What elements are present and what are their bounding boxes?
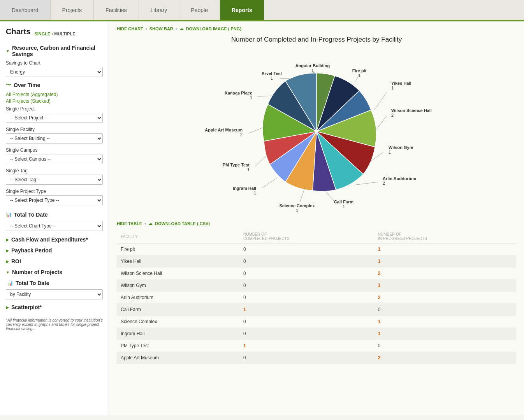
all-projects-aggregated-link[interactable]: All Projects (Aggregated)	[6, 92, 103, 97]
svg-text:Apple Art Museum: Apple Art Museum	[205, 128, 243, 132]
in-progress-cell: 1	[374, 328, 516, 340]
section-num-projects[interactable]: ▼ Number of Projects	[6, 269, 103, 275]
in-progress-cell: 1	[374, 280, 516, 292]
completed-cell: 0	[239, 256, 374, 268]
table-row: Wilson Gym01	[117, 280, 516, 292]
total-to-date-header: 📊 Total To Date	[6, 212, 103, 218]
svg-line-34	[262, 178, 277, 188]
chart-container: Angular Building 1 Fire pit 1 Yikes Hall…	[117, 50, 516, 213]
nav-facilities[interactable]: Facilities	[94, 0, 139, 20]
nav-library[interactable]: Library	[139, 0, 179, 20]
svg-text:Kansas Place: Kansas Place	[225, 91, 252, 95]
col-completed: NUMBER OFCOMPLETED PROJECTS	[239, 230, 374, 243]
table-row: Yikes Hall01	[117, 256, 516, 268]
section-cash-flow[interactable]: ▶ Cash Flow and Expenditures*	[6, 236, 103, 243]
section-scatterplot[interactable]: ▶ Scatterplot*	[6, 304, 103, 310]
chart-type-select[interactable]: -- Select Chart Type --	[6, 221, 103, 231]
show-bar-link[interactable]: SHOW BAR	[149, 26, 173, 31]
single-project-type-label: Single Project Type	[6, 189, 103, 194]
svg-line-27	[355, 74, 359, 82]
table-row: Cali Farm10	[117, 304, 516, 316]
hide-chart-link[interactable]: HIDE CHART	[117, 26, 143, 31]
in-progress-cell: 1	[374, 243, 516, 256]
by-facility-select[interactable]: by Facility by Campus by Tag by Project …	[6, 289, 103, 299]
svg-text:Yikes Hall: Yikes Hall	[391, 81, 411, 86]
nav-dashboard[interactable]: Dashboard	[0, 0, 51, 20]
svg-line-29	[375, 116, 387, 131]
col-in-progress: NUMBER OFIN-PROGRESS PROJECTS	[374, 230, 516, 243]
svg-text:1: 1	[271, 76, 273, 80]
download-image-icon: ☁	[179, 26, 184, 31]
table-row: Ingram Hall01	[117, 328, 516, 340]
col-facility: FACILITY	[117, 230, 239, 243]
svg-text:1: 1	[391, 86, 394, 90]
svg-line-33	[300, 188, 305, 201]
single-tag-label: Single Tag	[6, 168, 103, 173]
table-row: Arlin Auditorium02	[117, 292, 516, 304]
download-image-link[interactable]: DOWNLOAD IMAGE (.PNG)	[186, 26, 241, 31]
section-resource-label: Resource, Carbon and Financial Savings	[12, 45, 103, 57]
facility-cell: Yikes Hall	[117, 256, 239, 268]
in-progress-cell: 2	[374, 352, 516, 364]
table-row: Fire pit01	[117, 243, 516, 256]
single-project-type-select[interactable]: -- Select Project Type --	[6, 195, 103, 205]
main-layout: Charts SINGLE • MULTIPLE ▼ Resource, Car…	[0, 21, 524, 415]
svg-text:1: 1	[254, 191, 256, 195]
nav-reports[interactable]: Reports	[220, 0, 264, 20]
toggle-links: SINGLE • MULTIPLE	[34, 32, 75, 36]
facility-cell: Ingram Hall	[117, 328, 239, 340]
completed-cell: 0	[239, 243, 374, 256]
total-to-date-projects-label: Total To Date	[16, 280, 49, 286]
svg-line-37	[257, 96, 274, 96]
section-roi-label: ROI	[11, 258, 21, 264]
svg-line-31	[353, 182, 378, 185]
savings-select[interactable]: Energy Carbon Water Cost	[6, 67, 103, 77]
hide-table-link[interactable]: HIDE TABLE	[117, 221, 142, 226]
svg-text:1: 1	[389, 150, 391, 154]
svg-text:1: 1	[311, 68, 314, 73]
svg-text:2: 2	[391, 113, 394, 117]
single-tag-select[interactable]: -- Select Tag --	[6, 175, 103, 185]
total-to-date-group: 📊 Total To Date -- Select Chart Type --	[6, 212, 103, 233]
facility-cell: Wilson Gym	[117, 280, 239, 292]
download-table-link[interactable]: DOWNLOAD TABLE (.CSV)	[155, 221, 210, 226]
bar-chart-icon: 📊	[6, 212, 12, 217]
single-building-select[interactable]: -- Select Building --	[6, 133, 103, 144]
single-campus-label: Single Campus	[6, 147, 103, 153]
over-time-group: 〜 Over Time All Projects (Aggregated) Al…	[6, 82, 103, 207]
total-to-date-label: Total To Date	[14, 212, 48, 218]
savings-label: Savings to Chart	[6, 60, 103, 66]
nav-people[interactable]: People	[179, 0, 220, 20]
completed-cell: 1	[239, 340, 374, 352]
svg-text:Angular Building: Angular Building	[295, 63, 330, 68]
table-row: Apple Art Museum02	[117, 352, 516, 364]
download-table-icon: ☁	[148, 221, 153, 226]
section-scatterplot-label: Scatterplot*	[11, 304, 42, 310]
svg-text:Ingram Hall: Ingram Hall	[233, 186, 256, 191]
in-progress-cell: 1	[374, 256, 516, 268]
section-roi[interactable]: ▶ ROI	[6, 258, 103, 264]
multiple-toggle[interactable]: MULTIPLE	[54, 32, 75, 36]
bar-chart-projects-icon: 📊	[7, 280, 13, 286]
section-payback[interactable]: ▶ Payback Period	[6, 247, 103, 254]
svg-text:1: 1	[296, 208, 298, 213]
chart-actions: HIDE CHART • SHOW BAR • ☁ DOWNLOAD IMAGE…	[117, 26, 516, 31]
table-row: PM Type Test10	[117, 340, 516, 352]
section-resource-carbon[interactable]: ▼ Resource, Carbon and Financial Savings	[6, 45, 103, 57]
in-progress-cell: 2	[374, 292, 516, 304]
svg-line-35	[255, 155, 267, 166]
over-time-label: Over Time	[14, 82, 40, 88]
svg-line-32	[324, 190, 336, 203]
completed-cell: 1	[239, 304, 374, 316]
completed-cell: 0	[239, 268, 374, 280]
triangle-right-roi-icon: ▶	[6, 259, 9, 264]
all-projects-stacked-link[interactable]: All Projects (Stacked)	[6, 98, 103, 104]
in-progress-cell: 0	[374, 304, 516, 316]
table-row: Science Complex01	[117, 316, 516, 328]
single-toggle[interactable]: SINGLE	[34, 32, 50, 36]
single-project-select[interactable]: -- Select Project --	[6, 113, 103, 123]
nav-projects[interactable]: Projects	[51, 0, 94, 20]
triangle-down-icon: ▼	[6, 49, 10, 53]
single-campus-select[interactable]: -- Select Campus --	[6, 154, 103, 164]
triangle-right-cash-icon: ▶	[6, 238, 9, 242]
